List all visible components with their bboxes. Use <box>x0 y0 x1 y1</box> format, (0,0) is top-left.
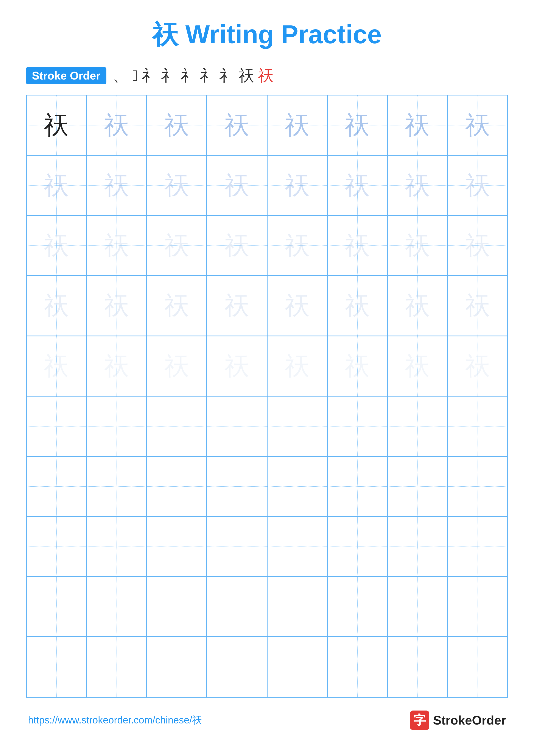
grid-cell[interactable] <box>387 577 447 637</box>
grid-cell: 祆 <box>327 155 387 215</box>
grid-cell[interactable] <box>207 577 267 637</box>
grid-cell: 祆 <box>87 95 146 155</box>
grid-cell[interactable] <box>87 577 146 637</box>
practice-char: 祆 <box>104 354 129 378</box>
practice-char: 祆 <box>465 173 490 198</box>
practice-char: 祆 <box>104 113 129 138</box>
practice-char: 祆 <box>224 113 249 138</box>
grid-cell[interactable] <box>147 637 207 697</box>
grid-row-7 <box>26 456 508 516</box>
stroke-step-5: 礻 <box>181 65 196 86</box>
grid-row-2: 祆 祆 祆 祆 祆 祆 祆 祆 <box>26 155 508 215</box>
grid-cell: 祆 <box>26 216 87 276</box>
practice-char: 祆 <box>165 354 189 378</box>
grid-cell[interactable] <box>87 396 146 456</box>
logo-text: StrokeOrder <box>433 713 506 727</box>
practice-char: 祆 <box>465 113 490 138</box>
stroke-order-row: Stroke Order 、 𠄌 礻 礻 礻 礻 礻 祆 祆 <box>26 65 508 86</box>
practice-char: 祆 <box>224 354 249 378</box>
logo-char: 字 <box>413 712 426 729</box>
footer: https://www.strokeorder.com/chinese/祆 字 … <box>26 711 508 730</box>
grid-cell[interactable] <box>26 456 87 516</box>
grid-cell[interactable] <box>267 396 327 456</box>
grid-cell[interactable] <box>87 637 146 697</box>
grid-cell: 祆 <box>327 216 387 276</box>
grid-cell: 祆 <box>327 276 387 336</box>
grid-cell[interactable] <box>26 396 87 456</box>
page-title: 祆 Writing Practice <box>152 17 382 52</box>
grid-cell[interactable] <box>147 517 207 577</box>
grid-cell[interactable] <box>26 517 87 577</box>
grid-cell: 祆 <box>147 216 207 276</box>
footer-url[interactable]: https://www.strokeorder.com/chinese/祆 <box>28 714 202 727</box>
grid-cell[interactable] <box>207 517 267 577</box>
grid-cell: 祆 <box>267 216 327 276</box>
grid-row-5: 祆 祆 祆 祆 祆 祆 祆 祆 <box>26 336 508 396</box>
grid-cell[interactable] <box>387 456 447 516</box>
practice-char: 祆 <box>165 173 189 198</box>
grid-cell: 祆 <box>207 155 267 215</box>
grid-cell[interactable] <box>447 517 508 577</box>
grid-cell[interactable] <box>327 517 387 577</box>
grid-row-8 <box>26 517 508 577</box>
practice-char: 祆 <box>345 173 369 198</box>
grid-cell: 祆 <box>387 155 447 215</box>
grid-cell[interactable] <box>267 456 327 516</box>
grid-cell[interactable] <box>267 577 327 637</box>
grid-cell: 祆 <box>267 276 327 336</box>
grid-cell: 祆 <box>387 216 447 276</box>
grid-cell[interactable] <box>87 517 146 577</box>
practice-char: 祆 <box>345 293 369 318</box>
practice-char: 祆 <box>465 293 490 318</box>
grid-cell[interactable] <box>207 396 267 456</box>
grid-cell[interactable] <box>447 396 508 456</box>
practice-char: 祆 <box>104 293 129 318</box>
practice-char: 祆 <box>285 354 310 378</box>
grid-cell: 祆 <box>207 276 267 336</box>
grid-cell: 祆 <box>207 216 267 276</box>
stroke-step-6: 礻 <box>200 65 216 86</box>
title-rest: Writing Practice <box>178 20 382 49</box>
practice-char: 祆 <box>104 173 129 198</box>
grid-cell[interactable] <box>26 637 87 697</box>
grid-row-6 <box>26 396 508 456</box>
grid-cell[interactable] <box>387 637 447 697</box>
grid-cell[interactable] <box>447 637 508 697</box>
grid-cell[interactable] <box>387 517 447 577</box>
practice-char: 祆 <box>224 293 249 318</box>
grid-cell[interactable] <box>267 517 327 577</box>
grid-cell[interactable] <box>147 396 207 456</box>
grid-cell[interactable] <box>327 396 387 456</box>
practice-char: 祆 <box>405 233 430 258</box>
grid-cell[interactable] <box>447 456 508 516</box>
practice-char: 祆 <box>285 293 310 318</box>
grid-cell: 祆 <box>87 276 146 336</box>
stroke-step-4: 礻 <box>161 65 177 86</box>
grid-cell[interactable] <box>207 456 267 516</box>
grid-cell: 祆 <box>26 95 87 155</box>
grid-cell[interactable] <box>87 456 146 516</box>
grid-cell[interactable] <box>327 637 387 697</box>
practice-char: 祆 <box>44 233 69 258</box>
grid-cell: 祆 <box>387 276 447 336</box>
grid-cell: 祆 <box>387 95 447 155</box>
grid-cell[interactable] <box>267 637 327 697</box>
practice-char: 祆 <box>285 113 310 138</box>
grid-cell[interactable] <box>447 577 508 637</box>
grid-cell[interactable] <box>327 456 387 516</box>
grid-cell[interactable] <box>387 396 447 456</box>
practice-char: 祆 <box>345 354 369 378</box>
stroke-step-7: 礻 <box>219 65 235 86</box>
practice-char: 祆 <box>465 354 490 378</box>
grid-cell: 祆 <box>447 155 508 215</box>
grid-cell: 祆 <box>447 336 508 396</box>
grid-cell[interactable] <box>147 577 207 637</box>
grid-row-1: 祆 祆 祆 祆 祆 祆 祆 祆 <box>26 95 508 155</box>
grid-cell[interactable] <box>327 577 387 637</box>
grid-cell[interactable] <box>26 577 87 637</box>
practice-char: 祆 <box>165 233 189 258</box>
grid-cell[interactable] <box>147 456 207 516</box>
practice-char: 祆 <box>345 233 369 258</box>
grid-cell[interactable] <box>207 637 267 697</box>
practice-char: 祆 <box>345 113 369 138</box>
